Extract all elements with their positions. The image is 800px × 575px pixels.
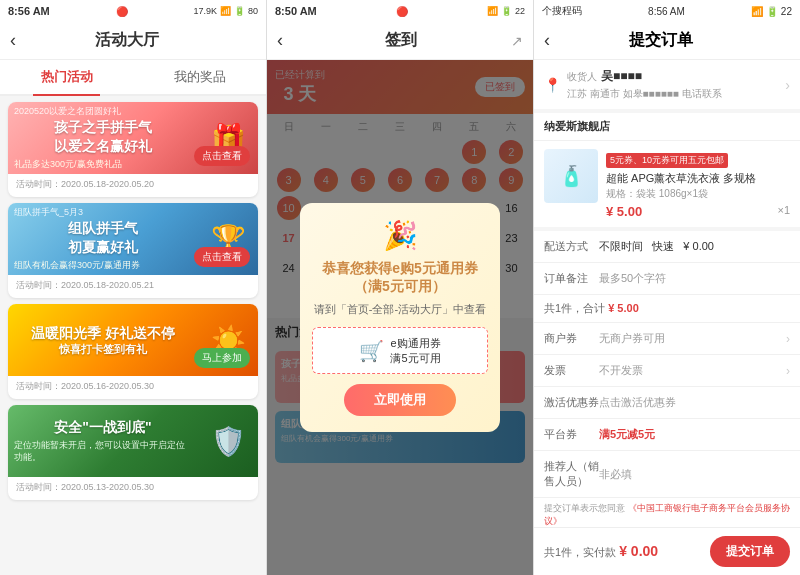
address-row[interactable]: 📍 收货人 吴■■■■ 江苏 南通市 如皋■■■■■■ 电话联系 › bbox=[534, 60, 800, 109]
back-btn-2[interactable]: ‹ bbox=[277, 30, 283, 51]
total-amount: ¥ 0.00 bbox=[619, 543, 658, 559]
product-image: 🧴 bbox=[544, 149, 598, 203]
coupon-label: 商户券 bbox=[544, 331, 599, 346]
reward-title: 恭喜您获得e购5元通用券（满5元可用） bbox=[312, 260, 488, 296]
invoice-value: 不开发票 bbox=[599, 363, 786, 378]
card-banner-1: 2020520以爱之名团圆好礼 孩子之手拼手气 以爱之名赢好礼 礼品多达300元… bbox=[8, 102, 258, 174]
recommender-row[interactable]: 推荐人（销售人员） 非必填 bbox=[534, 451, 800, 498]
panel-submit-order: 个搜程码 8:56 AM 📶 🔋 22 ‹ 提交订单 📍 收货人 吴■■■■ 江… bbox=[534, 0, 800, 575]
note-placeholder: 最多50个字符 bbox=[599, 271, 790, 286]
recipient-name: 吴■■■■ bbox=[601, 68, 642, 85]
card-extra-2: 组队拼手气_5月3 bbox=[14, 206, 192, 219]
product-qty: ×1 bbox=[777, 204, 790, 216]
battery-pct-2: 22 bbox=[515, 6, 525, 16]
card-banner-2: 组队拼手气_5月3 组队拼手气 初夏赢好礼 组队有机会赢得300元/赢通用券 🏆… bbox=[8, 203, 258, 275]
coupon-value: 无商户券可用 bbox=[599, 331, 786, 346]
activity-card-4: 安全"一战到底" 定位功能暂未开启，您可以设置中开启定位功能。 🛡️ 活动时间：… bbox=[8, 405, 258, 500]
reward-desc: 请到「首页-全部-活动大厅」中查看 bbox=[312, 302, 488, 317]
card-footer-3: 活动时间：2020.05.16-2020.05.30 bbox=[8, 376, 258, 399]
total-info: 共1件，实付款 ¥ 0.00 bbox=[544, 543, 658, 560]
invoice-label: 发票 bbox=[544, 363, 599, 378]
card-banner-3: 温暖阳光季 好礼送不停 惊喜打卡签到有礼 ☀️ 马上参加 bbox=[8, 304, 258, 376]
network-1: 17.9K bbox=[193, 6, 217, 16]
platform-coupon-row[interactable]: 平台券 满5元减5元 bbox=[534, 419, 800, 451]
product-price: ¥ 5.00 bbox=[606, 204, 642, 219]
card-btn-3[interactable]: 马上参加 bbox=[194, 348, 250, 368]
order-status-bar: 个搜程码 8:56 AM 📶 🔋 22 bbox=[534, 0, 800, 22]
time-2: 8:50 AM bbox=[275, 5, 317, 17]
tab-bar-1: 热门活动 我的奖品 bbox=[0, 60, 266, 96]
card-title-2: 组队拼手气 初夏赢好礼 bbox=[14, 219, 192, 255]
order-search-label: 个搜程码 bbox=[542, 4, 582, 18]
shop-name: 纳爱斯旗舰店 bbox=[534, 113, 800, 141]
status-indicator-2: 🔴 bbox=[396, 6, 408, 17]
recommender-label: 推荐人（销售人员） bbox=[544, 459, 599, 489]
order-time: 8:56 AM bbox=[648, 6, 685, 17]
wifi-icon-2: 📶 bbox=[487, 6, 498, 16]
delivery-value: 不限时间 快速 ¥ 0.00 bbox=[599, 239, 790, 254]
card-btn-1[interactable]: 点击查看 bbox=[194, 146, 250, 166]
wifi-icon-3: 📶 bbox=[751, 6, 763, 17]
delivery-label: 配送方式 bbox=[544, 239, 599, 254]
activity-card-1: 2020520以爱之名团圆好礼 孩子之手拼手气 以爱之名赢好礼 礼品多达300元… bbox=[8, 102, 258, 197]
product-row: 🧴 5元券、10元券可用五元包邮 超能 APG薰衣草洗衣液 多规格 规格：袋装 … bbox=[534, 141, 800, 227]
card-sub-4: 定位功能暂未开启，您可以设置中开启定位功能。 bbox=[14, 440, 192, 463]
panel2-inner: 8:50 AM 🔴 📶 🔋 22 ‹ 签到 ↗ 已经计算到 3 天 已签到 bbox=[267, 0, 533, 575]
location-icon: 📍 bbox=[544, 77, 561, 93]
order-back-btn[interactable]: ‹ bbox=[544, 30, 550, 51]
address-detail: 江苏 南通市 如皋■■■■■■ 电话联系 bbox=[567, 87, 785, 101]
reward-icon: 🎉 bbox=[312, 219, 488, 252]
battery-pct-3: 22 bbox=[781, 6, 792, 17]
activity-list: 2020520以爱之名团圆好礼 孩子之手拼手气 以爱之名赢好礼 礼品多达300元… bbox=[0, 96, 266, 575]
recommender-value: 非必填 bbox=[599, 467, 790, 482]
tab-hot-activities[interactable]: 热门活动 bbox=[0, 60, 133, 94]
promo-label: 激活优惠券 bbox=[544, 395, 599, 410]
battery-pct-1: 80 bbox=[248, 6, 258, 16]
back-btn-1[interactable]: ‹ bbox=[10, 30, 16, 51]
promo-value: 点击激活优惠券 bbox=[599, 395, 790, 410]
reward-overlay[interactable]: 🎉 恭喜您获得e购5元通用券（满5元可用） 请到「首页-全部-活动大厅」中查看 … bbox=[267, 60, 533, 575]
promo-row[interactable]: 激活优惠券 点击激活优惠券 bbox=[534, 387, 800, 419]
invoice-row[interactable]: 发票 不开发票 › bbox=[534, 355, 800, 387]
page-title-1: 活动大厅 bbox=[24, 30, 230, 51]
product-name: 超能 APG薰衣草洗衣液 多规格 bbox=[606, 171, 790, 185]
order-nav: ‹ 提交订单 bbox=[534, 22, 800, 60]
status-bar-2: 8:50 AM 🔴 📶 🔋 22 bbox=[267, 0, 533, 22]
coupon-chevron: › bbox=[786, 332, 790, 346]
submit-order-btn[interactable]: 提交订单 bbox=[710, 536, 790, 567]
card-title-4: 安全"一战到底" bbox=[14, 418, 192, 436]
card-btn-2[interactable]: 点击查看 bbox=[194, 247, 250, 267]
wifi-icon: 📶 bbox=[220, 6, 231, 16]
card-sub-2: 组队有机会赢得300元/赢通用券 bbox=[14, 259, 192, 272]
terms-row: 提交订单表示您同意 《中国工商银行电子商务平台会员服务协议》 bbox=[534, 498, 800, 527]
reward-popup: 🎉 恭喜您获得e购5元通用券（满5元可用） 请到「首页-全部-活动大厅」中查看 … bbox=[300, 203, 500, 432]
address-chevron: › bbox=[785, 77, 790, 93]
tab-my-prizes[interactable]: 我的奖品 bbox=[133, 60, 266, 94]
status-icons-1: 17.9K 📶 🔋 80 bbox=[193, 6, 258, 16]
card-banner-4: 安全"一战到底" 定位功能暂未开启，您可以设置中开启定位功能。 🛡️ bbox=[8, 405, 258, 477]
nav-bar-1: ‹ 活动大厅 bbox=[0, 22, 266, 60]
share-icon[interactable]: ↗ bbox=[511, 33, 523, 49]
time-1: 8:56 AM bbox=[8, 5, 50, 17]
status-bar-1: 8:56 AM 🔴 17.9K 📶 🔋 80 bbox=[0, 0, 266, 22]
panel-activity-hall: 8:56 AM 🔴 17.9K 📶 🔋 80 ‹ 活动大厅 热门活动 我的奖品 … bbox=[0, 0, 267, 575]
delivery-row[interactable]: 配送方式 不限时间 快速 ¥ 0.00 bbox=[534, 231, 800, 263]
card-extra-1: 2020520以爱之名团圆好礼 bbox=[14, 105, 192, 118]
product-spec: 规格：袋装 1086g×1袋 bbox=[606, 187, 790, 201]
order-nav-title: 提交订单 bbox=[558, 30, 764, 51]
card-title-1: 孩子之手拼手气 以爱之名赢好礼 bbox=[14, 118, 192, 154]
order-summary: 共1件，合计 ¥ 5.00 bbox=[534, 295, 800, 323]
note-row[interactable]: 订单备注 最多50个字符 bbox=[534, 263, 800, 295]
product-tag: 5元券、10元券可用五元包邮 bbox=[606, 153, 728, 168]
coupon-row[interactable]: 商户券 无商户券可用 › bbox=[534, 323, 800, 355]
use-now-btn[interactable]: 立即使用 bbox=[344, 384, 456, 416]
card-sub-1: 礼品多达300元/赢免费礼品 bbox=[14, 158, 192, 171]
note-label: 订单备注 bbox=[544, 271, 599, 286]
voucher-icon: 🛒 bbox=[359, 339, 384, 363]
order-scroll-area: 📍 收货人 吴■■■■ 江苏 南通市 如皋■■■■■■ 电话联系 › 纳爱斯旗舰… bbox=[534, 60, 800, 527]
activity-card-3: 温暖阳光季 好礼送不停 惊喜打卡签到有礼 ☀️ 马上参加 活动时间：2020.0… bbox=[8, 304, 258, 399]
battery-icon-2: 🔋 bbox=[501, 6, 512, 16]
summary-amount: ¥ 5.00 bbox=[608, 302, 639, 314]
voucher-text: e购通用券 满5元可用 bbox=[390, 336, 440, 365]
card-img-4: 🛡️ bbox=[198, 405, 258, 477]
